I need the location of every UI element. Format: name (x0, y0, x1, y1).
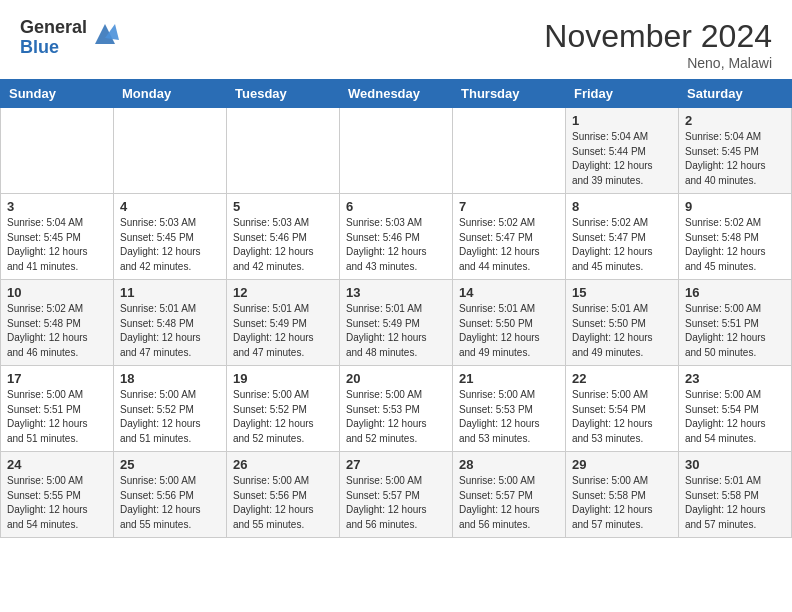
calendar-cell: 19Sunrise: 5:00 AMSunset: 5:52 PMDayligh… (227, 366, 340, 452)
day-info: Sunrise: 5:00 AMSunset: 5:52 PMDaylight:… (233, 388, 333, 446)
day-number: 23 (685, 371, 785, 386)
day-info: Sunrise: 5:00 AMSunset: 5:55 PMDaylight:… (7, 474, 107, 532)
calendar-week-5: 24Sunrise: 5:00 AMSunset: 5:55 PMDayligh… (1, 452, 792, 538)
day-info: Sunrise: 5:04 AMSunset: 5:44 PMDaylight:… (572, 130, 672, 188)
calendar-cell: 4Sunrise: 5:03 AMSunset: 5:45 PMDaylight… (114, 194, 227, 280)
calendar-week-4: 17Sunrise: 5:00 AMSunset: 5:51 PMDayligh… (1, 366, 792, 452)
day-header-friday: Friday (566, 80, 679, 108)
logo-general: General (20, 18, 87, 38)
day-number: 5 (233, 199, 333, 214)
day-number: 7 (459, 199, 559, 214)
calendar-cell: 20Sunrise: 5:00 AMSunset: 5:53 PMDayligh… (340, 366, 453, 452)
day-number: 3 (7, 199, 107, 214)
day-number: 22 (572, 371, 672, 386)
calendar-cell: 6Sunrise: 5:03 AMSunset: 5:46 PMDaylight… (340, 194, 453, 280)
day-number: 13 (346, 285, 446, 300)
calendar-cell (340, 108, 453, 194)
day-info: Sunrise: 5:00 AMSunset: 5:53 PMDaylight:… (459, 388, 559, 446)
day-number: 27 (346, 457, 446, 472)
calendar-cell: 23Sunrise: 5:00 AMSunset: 5:54 PMDayligh… (679, 366, 792, 452)
day-number: 19 (233, 371, 333, 386)
day-info: Sunrise: 5:01 AMSunset: 5:49 PMDaylight:… (233, 302, 333, 360)
day-info: Sunrise: 5:00 AMSunset: 5:56 PMDaylight:… (233, 474, 333, 532)
header: General Blue November 2024 Neno, Malawi (0, 0, 792, 79)
day-info: Sunrise: 5:03 AMSunset: 5:46 PMDaylight:… (233, 216, 333, 274)
day-info: Sunrise: 5:01 AMSunset: 5:50 PMDaylight:… (572, 302, 672, 360)
day-header-sunday: Sunday (1, 80, 114, 108)
day-info: Sunrise: 5:01 AMSunset: 5:58 PMDaylight:… (685, 474, 785, 532)
day-header-monday: Monday (114, 80, 227, 108)
calendar-cell: 16Sunrise: 5:00 AMSunset: 5:51 PMDayligh… (679, 280, 792, 366)
day-number: 21 (459, 371, 559, 386)
day-number: 25 (120, 457, 220, 472)
day-number: 20 (346, 371, 446, 386)
calendar-cell: 7Sunrise: 5:02 AMSunset: 5:47 PMDaylight… (453, 194, 566, 280)
day-info: Sunrise: 5:00 AMSunset: 5:54 PMDaylight:… (685, 388, 785, 446)
day-info: Sunrise: 5:04 AMSunset: 5:45 PMDaylight:… (7, 216, 107, 274)
day-number: 14 (459, 285, 559, 300)
day-header-saturday: Saturday (679, 80, 792, 108)
calendar-cell: 22Sunrise: 5:00 AMSunset: 5:54 PMDayligh… (566, 366, 679, 452)
calendar-cell: 13Sunrise: 5:01 AMSunset: 5:49 PMDayligh… (340, 280, 453, 366)
day-number: 24 (7, 457, 107, 472)
day-number: 4 (120, 199, 220, 214)
calendar-cell: 26Sunrise: 5:00 AMSunset: 5:56 PMDayligh… (227, 452, 340, 538)
day-number: 12 (233, 285, 333, 300)
logo: General Blue (20, 18, 119, 58)
calendar-cell: 5Sunrise: 5:03 AMSunset: 5:46 PMDaylight… (227, 194, 340, 280)
day-info: Sunrise: 5:01 AMSunset: 5:50 PMDaylight:… (459, 302, 559, 360)
day-number: 9 (685, 199, 785, 214)
day-info: Sunrise: 5:04 AMSunset: 5:45 PMDaylight:… (685, 130, 785, 188)
calendar-cell (114, 108, 227, 194)
day-number: 30 (685, 457, 785, 472)
calendar-cell: 11Sunrise: 5:01 AMSunset: 5:48 PMDayligh… (114, 280, 227, 366)
calendar-cell: 8Sunrise: 5:02 AMSunset: 5:47 PMDaylight… (566, 194, 679, 280)
calendar-cell: 1Sunrise: 5:04 AMSunset: 5:44 PMDaylight… (566, 108, 679, 194)
day-info: Sunrise: 5:03 AMSunset: 5:46 PMDaylight:… (346, 216, 446, 274)
day-number: 15 (572, 285, 672, 300)
header-row: SundayMondayTuesdayWednesdayThursdayFrid… (1, 80, 792, 108)
day-info: Sunrise: 5:03 AMSunset: 5:45 PMDaylight:… (120, 216, 220, 274)
day-header-thursday: Thursday (453, 80, 566, 108)
calendar-cell: 29Sunrise: 5:00 AMSunset: 5:58 PMDayligh… (566, 452, 679, 538)
calendar-week-3: 10Sunrise: 5:02 AMSunset: 5:48 PMDayligh… (1, 280, 792, 366)
day-info: Sunrise: 5:00 AMSunset: 5:57 PMDaylight:… (459, 474, 559, 532)
day-info: Sunrise: 5:00 AMSunset: 5:54 PMDaylight:… (572, 388, 672, 446)
day-number: 6 (346, 199, 446, 214)
calendar: SundayMondayTuesdayWednesdayThursdayFrid… (0, 79, 792, 538)
calendar-cell: 30Sunrise: 5:01 AMSunset: 5:58 PMDayligh… (679, 452, 792, 538)
day-number: 11 (120, 285, 220, 300)
day-info: Sunrise: 5:01 AMSunset: 5:49 PMDaylight:… (346, 302, 446, 360)
day-info: Sunrise: 5:00 AMSunset: 5:53 PMDaylight:… (346, 388, 446, 446)
calendar-cell: 2Sunrise: 5:04 AMSunset: 5:45 PMDaylight… (679, 108, 792, 194)
location: Neno, Malawi (544, 55, 772, 71)
calendar-cell (1, 108, 114, 194)
calendar-cell: 25Sunrise: 5:00 AMSunset: 5:56 PMDayligh… (114, 452, 227, 538)
calendar-week-1: 1Sunrise: 5:04 AMSunset: 5:44 PMDaylight… (1, 108, 792, 194)
title-section: November 2024 Neno, Malawi (544, 18, 772, 71)
day-number: 16 (685, 285, 785, 300)
logo-icon (91, 20, 119, 48)
calendar-cell: 15Sunrise: 5:01 AMSunset: 5:50 PMDayligh… (566, 280, 679, 366)
calendar-cell: 28Sunrise: 5:00 AMSunset: 5:57 PMDayligh… (453, 452, 566, 538)
day-number: 18 (120, 371, 220, 386)
calendar-cell: 21Sunrise: 5:00 AMSunset: 5:53 PMDayligh… (453, 366, 566, 452)
day-number: 17 (7, 371, 107, 386)
day-info: Sunrise: 5:00 AMSunset: 5:56 PMDaylight:… (120, 474, 220, 532)
logo-blue: Blue (20, 38, 87, 58)
day-header-wednesday: Wednesday (340, 80, 453, 108)
day-info: Sunrise: 5:00 AMSunset: 5:57 PMDaylight:… (346, 474, 446, 532)
calendar-cell (227, 108, 340, 194)
day-info: Sunrise: 5:02 AMSunset: 5:47 PMDaylight:… (572, 216, 672, 274)
calendar-cell: 14Sunrise: 5:01 AMSunset: 5:50 PMDayligh… (453, 280, 566, 366)
calendar-cell (453, 108, 566, 194)
day-info: Sunrise: 5:00 AMSunset: 5:52 PMDaylight:… (120, 388, 220, 446)
calendar-cell: 24Sunrise: 5:00 AMSunset: 5:55 PMDayligh… (1, 452, 114, 538)
calendar-cell: 27Sunrise: 5:00 AMSunset: 5:57 PMDayligh… (340, 452, 453, 538)
calendar-cell: 12Sunrise: 5:01 AMSunset: 5:49 PMDayligh… (227, 280, 340, 366)
day-number: 28 (459, 457, 559, 472)
day-info: Sunrise: 5:02 AMSunset: 5:48 PMDaylight:… (685, 216, 785, 274)
day-info: Sunrise: 5:00 AMSunset: 5:58 PMDaylight:… (572, 474, 672, 532)
day-info: Sunrise: 5:02 AMSunset: 5:48 PMDaylight:… (7, 302, 107, 360)
day-header-tuesday: Tuesday (227, 80, 340, 108)
